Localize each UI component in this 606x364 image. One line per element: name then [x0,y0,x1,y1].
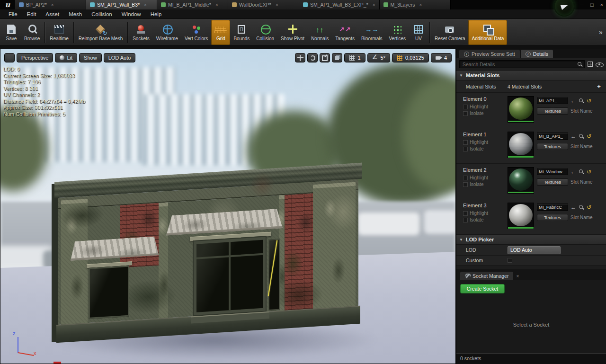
toolbar-save-button[interactable]: Save [2,20,21,45]
isolate-checkbox[interactable]: Isolate [463,182,505,187]
panel-tab-preview-scene-sett[interactable]: iPreview Scene Sett [459,50,520,58]
toolbar-vertices-button[interactable]: Vertices [385,20,409,45]
socket-tab-close-icon[interactable]: × [516,274,519,280]
toolbar-reset-camera-button[interactable]: Reset Camera [431,20,468,45]
viewport-options-dropdown[interactable]: ▾ [4,53,15,62]
textures-dropdown[interactable]: Textures ▾ [537,178,568,186]
tab-close-icon[interactable]: × [373,2,375,8]
visibility-filter-icon[interactable] [596,62,603,67]
tab-close-icon[interactable]: × [144,2,147,8]
custom-checkbox[interactable] [508,258,512,263]
minimize-button[interactable]: ─ [580,2,584,8]
lod-auto-dropdown[interactable]: LOD Auto▾ [508,246,561,254]
unreal-logo[interactable]: u [0,0,15,9]
toolbar-uv-button[interactable]: UV [409,20,428,45]
asset-tab-m-3layers[interactable]: M_3Layers× [380,0,451,9]
isolate-checkbox[interactable]: Isolate [463,111,505,116]
highlight-checkbox[interactable]: Highlight [463,104,505,109]
toolbar-wireframe-button[interactable]: Wireframe [153,20,181,45]
toolbar-vert-colors-button[interactable]: Vert Colors [181,20,211,45]
material-thumbnail[interactable] [508,132,534,158]
rotate-tool-button[interactable] [307,53,318,62]
material-thumbnail[interactable] [508,167,534,194]
material-select-dropdown[interactable]: MI_AP1_▾ [537,97,568,104]
coordinate-system-button[interactable] [332,53,342,62]
isolate-checkbox[interactable]: Isolate [463,217,505,222]
toolbar-realtime-button[interactable]: Realtime [46,20,71,45]
menu-collision[interactable]: Collision [87,9,116,19]
material-thumbnail[interactable] [508,96,534,123]
toolbar-additional-data-button[interactable]: Additional Data [468,20,507,45]
toolbar-sockets-button[interactable]: Sockets [129,20,153,45]
use-selected-asset-icon[interactable]: ← [570,169,576,175]
use-selected-asset-icon[interactable]: ← [570,98,576,104]
use-selected-asset-icon[interactable]: ← [570,204,576,210]
material-select-dropdown[interactable]: MI_FabricC▾ [537,204,568,211]
scale-tool-button[interactable] [320,53,330,62]
lod-auto-button[interactable]: LOD Auto [104,53,136,62]
material-slots-category-header[interactable]: ▼ Material Slots [456,71,606,80]
reset-to-default-icon[interactable]: ↺ [587,133,591,139]
reset-to-default-icon[interactable]: ↺ [587,98,591,104]
tab-close-icon[interactable]: × [419,2,422,8]
toolbar-grid-button[interactable]: Grid [211,20,230,45]
show-dropdown[interactable]: Show▾ [79,53,102,62]
highlight-checkbox[interactable]: Highlight [463,175,505,180]
perspective-dropdown[interactable]: Perspective▾ [17,53,53,62]
add-material-slot-button[interactable]: + [595,83,603,90]
material-select-dropdown[interactable]: MI_B_AP1_▾ [537,133,568,140]
menu-help[interactable]: Help [146,9,167,19]
browse-to-asset-icon[interactable] [579,98,584,104]
highlight-checkbox[interactable]: Highlight [463,211,505,216]
collapse-arrow-icon[interactable]: ▼ [459,73,463,78]
lit-mode-dropdown[interactable]: Lit▾ [55,53,77,62]
toolbar-normals-button[interactable]: Normals [308,20,332,45]
textures-dropdown[interactable]: Textures ▾ [537,107,568,115]
tab-close-icon[interactable]: × [276,2,278,8]
toolbar-binormals-button[interactable]: Binormals [358,20,385,45]
camera-speed-button[interactable]: 4 [431,53,452,62]
grid-snap-toggle[interactable]: 1 [344,53,365,62]
menu-mesh[interactable]: Mesh [64,9,87,19]
maximize-button[interactable]: □ [590,2,594,8]
material-select-dropdown[interactable]: MI_Window▾ [537,168,568,175]
rotation-snap-toggle[interactable]: 5° [367,53,391,62]
material-thumbnail[interactable] [508,203,534,229]
menu-asset[interactable]: Asset [41,9,64,19]
search-details-input[interactable] [459,60,585,68]
use-selected-asset-icon[interactable]: ← [570,133,576,139]
tab-close-icon[interactable]: × [51,2,54,8]
toolbar-browse-button[interactable]: Browse [21,20,43,45]
browse-to-asset-icon[interactable] [579,133,584,139]
scale-snap-toggle[interactable]: 0,03125 [392,53,429,62]
property-matrix-icon[interactable] [587,61,593,67]
lod-picker-category-header[interactable]: ▼ LOD Picker [456,235,606,245]
toolbar-reimport-base-mesh-button[interactable]: Reimport Base Mesh [75,20,126,45]
translate-tool-button[interactable] [295,53,305,62]
panel-tab-details[interactable]: iDetails [521,50,553,58]
preview-mesh-storefront[interactable] [58,163,358,343]
asset-tab-bp-ap2[interactable]: BP_AP2*× [15,0,86,9]
textures-dropdown[interactable]: Textures ▾ [537,214,568,221]
collapse-arrow-icon[interactable]: ▼ [459,238,463,242]
isolate-checkbox[interactable]: Isolate [463,146,505,151]
textures-dropdown[interactable]: Textures ▾ [537,143,568,150]
toolbar-bounds-button[interactable]: Bounds [230,20,253,45]
menu-file[interactable]: File [4,9,22,19]
create-socket-button[interactable]: Create Socket [460,284,505,293]
asset-tab-sm-ap1-wall-b3[interactable]: SM_AP1_Wall_B3*× [86,0,157,9]
reset-to-default-icon[interactable]: ↺ [587,169,591,175]
toolbar-tangents-button[interactable]: Tangents [332,20,358,45]
asset-tab-sm-ap1-wall-b3-exp[interactable]: SM_AP1_Wall_B3_EXP_*× [299,0,380,9]
toolbar-show-pivot-button[interactable]: Show Pivot [277,20,308,45]
viewport-3d[interactable]: ▾ Perspective▾ Lit▾ Show▾ LOD Auto 1 5° … [0,49,456,364]
toolbar-overflow-chevron[interactable]: » [596,19,606,45]
tab-close-icon[interactable]: × [215,2,218,8]
reset-to-default-icon[interactable]: ↺ [587,204,591,210]
socket-manager-tab[interactable]: Socket Manager [460,272,513,280]
menu-window[interactable]: Window [117,9,146,19]
browse-to-asset-icon[interactable] [579,169,584,175]
toolbar-collision-button[interactable]: Collision [253,20,277,45]
browse-to-asset-icon[interactable] [579,204,584,210]
close-button[interactable]: × [600,2,603,8]
